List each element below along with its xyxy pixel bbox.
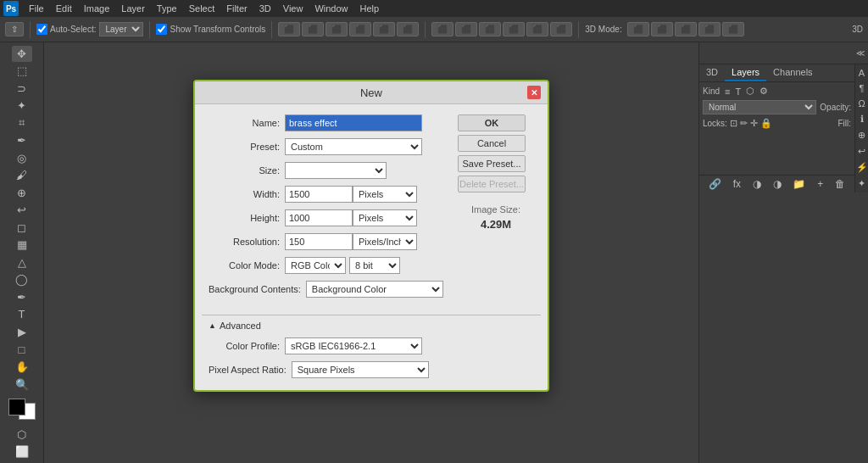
color-profile-dropdown[interactable]: sRGB IEC61966-2.1 bbox=[285, 337, 422, 354]
pen-tool[interactable]: ✒ bbox=[12, 289, 32, 305]
align-btn-3[interactable]: ⬛ bbox=[326, 22, 348, 36]
side-icon-char[interactable]: Ω bbox=[858, 98, 865, 109]
side-icon-hist[interactable]: ↩ bbox=[858, 146, 865, 157]
height-unit-dropdown[interactable]: Pixels Inches bbox=[353, 209, 417, 226]
dodge-tool[interactable]: ◯ bbox=[12, 272, 32, 288]
menu-window[interactable]: Window bbox=[309, 3, 353, 14]
menu-edit[interactable]: Edit bbox=[51, 3, 77, 14]
gradient-tool[interactable]: ▦ bbox=[12, 237, 32, 254]
dist-btn-2[interactable]: ⬛ bbox=[455, 22, 477, 36]
tab-layers[interactable]: Layers bbox=[725, 64, 766, 81]
history-brush-tool[interactable]: ↩ bbox=[12, 203, 32, 219]
preset-dropdown[interactable]: Custom Default Photoshop Size Letter bbox=[285, 138, 422, 155]
quick-mask-btn[interactable]: ⬡ bbox=[12, 427, 32, 443]
dist-btn-4[interactable]: ⬛ bbox=[503, 22, 525, 36]
resolution-input[interactable] bbox=[285, 233, 353, 250]
auto-select-checkbox[interactable] bbox=[36, 24, 47, 35]
side-icon-tool[interactable]: ✦ bbox=[858, 178, 865, 189]
align-btn-5[interactable]: ⬛ bbox=[373, 22, 395, 36]
brush-tool[interactable]: 🖌 bbox=[12, 168, 32, 184]
menu-image[interactable]: Image bbox=[79, 3, 115, 14]
menu-layer[interactable]: Layer bbox=[116, 3, 150, 14]
side-icon-paragraph[interactable]: ¶ bbox=[860, 83, 865, 93]
menu-view[interactable]: View bbox=[278, 3, 309, 14]
dist-btn-3[interactable]: ⬛ bbox=[479, 22, 501, 36]
lock-transparent-icon[interactable]: ⊡ bbox=[730, 118, 737, 129]
dist-btn-6[interactable]: ⬛ bbox=[550, 22, 572, 36]
align-btn-1[interactable]: ⬛ bbox=[278, 22, 300, 36]
path-select-tool[interactable]: ▶ bbox=[12, 324, 32, 340]
clone-tool[interactable]: ⊕ bbox=[12, 185, 32, 201]
move-tool-btn[interactable]: ⇧ bbox=[5, 22, 24, 36]
screen-mode-btn[interactable]: ⬜ bbox=[12, 444, 32, 460]
bg-contents-dropdown[interactable]: Background Color White Transparent bbox=[306, 281, 443, 298]
delete-layer-icon[interactable]: 🗑 bbox=[835, 178, 845, 190]
move-tool[interactable]: ✥ bbox=[12, 46, 32, 62]
width-input[interactable] bbox=[285, 186, 353, 203]
transform-controls-checkbox[interactable] bbox=[156, 24, 167, 35]
3d-btn-2[interactable]: ⬛ bbox=[651, 22, 673, 36]
lock-all-icon[interactable]: 🔒 bbox=[760, 118, 772, 129]
fg-color-swatch[interactable] bbox=[8, 399, 25, 416]
menu-3d[interactable]: 3D bbox=[254, 3, 276, 14]
menu-help[interactable]: Help bbox=[355, 3, 385, 14]
width-row: Width: Pixels Inches cm bbox=[209, 186, 448, 203]
blend-mode-dropdown[interactable]: Normal Multiply Screen bbox=[703, 100, 816, 114]
tab-channels[interactable]: Channels bbox=[766, 64, 819, 81]
size-dropdown[interactable] bbox=[285, 162, 387, 179]
dialog-close-button[interactable]: ✕ bbox=[527, 86, 541, 99]
auto-select-dropdown[interactable]: Layer bbox=[99, 22, 143, 36]
3d-btn-1[interactable]: ⬛ bbox=[627, 22, 649, 36]
fx-icon[interactable]: fx bbox=[733, 178, 741, 190]
menu-select[interactable]: Select bbox=[184, 3, 220, 14]
quick-select-tool[interactable]: ✦ bbox=[12, 98, 32, 114]
group-icon[interactable]: 📁 bbox=[793, 178, 805, 190]
save-preset-button[interactable]: Save Preset... bbox=[458, 155, 526, 172]
side-icon-info[interactable]: ℹ bbox=[860, 114, 864, 125]
dist-btn-1[interactable]: ⬛ bbox=[431, 22, 453, 36]
side-icon-search[interactable]: A bbox=[859, 68, 865, 78]
align-btn-2[interactable]: ⬛ bbox=[302, 22, 324, 36]
hand-tool[interactable]: ✋ bbox=[12, 359, 32, 375]
menu-type[interactable]: Type bbox=[152, 3, 182, 14]
dist-btn-5[interactable]: ⬛ bbox=[526, 22, 548, 36]
eyedropper-tool[interactable]: ✒ bbox=[12, 133, 32, 149]
3d-btn-3[interactable]: ⬛ bbox=[675, 22, 697, 36]
ok-button[interactable]: OK bbox=[458, 114, 526, 131]
width-unit-dropdown[interactable]: Pixels Inches cm bbox=[353, 186, 417, 203]
new-layer-icon[interactable]: + bbox=[817, 178, 823, 190]
bit-depth-dropdown[interactable]: 8 bit 16 bit 32 bit bbox=[349, 257, 400, 274]
link-layers-icon[interactable]: 🔗 bbox=[709, 178, 721, 190]
3d-btn-4[interactable]: ⬛ bbox=[698, 22, 721, 36]
menu-filter[interactable]: Filter bbox=[221, 3, 252, 14]
eraser-tool[interactable]: ◻ bbox=[12, 220, 32, 236]
side-icon-action[interactable]: ⚡ bbox=[856, 162, 868, 173]
marquee-tool[interactable]: ⬚ bbox=[12, 64, 32, 80]
panel-collapse-icon[interactable]: ≪ bbox=[856, 48, 865, 58]
menu-file[interactable]: File bbox=[24, 3, 49, 14]
toolbar-sep-3 bbox=[271, 21, 272, 38]
adjustment-icon[interactable]: ◑ bbox=[773, 178, 782, 190]
crop-tool[interactable]: ⌗ bbox=[12, 115, 32, 131]
lock-image-icon[interactable]: ✏ bbox=[740, 118, 748, 129]
type-tool[interactable]: T bbox=[12, 307, 32, 323]
spot-heal-tool[interactable]: ◎ bbox=[12, 150, 32, 166]
cancel-button[interactable]: Cancel bbox=[458, 135, 526, 152]
3d-btn-5[interactable]: ⬛ bbox=[722, 22, 744, 36]
side-icon-nav[interactable]: ⊕ bbox=[858, 130, 865, 141]
advanced-header[interactable]: ▲ Advanced bbox=[209, 321, 534, 331]
align-btn-4[interactable]: ⬛ bbox=[349, 22, 371, 36]
lasso-tool[interactable]: ⊃ bbox=[12, 81, 32, 97]
blur-tool[interactable]: △ bbox=[12, 254, 32, 271]
lock-position-icon[interactable]: ✛ bbox=[750, 118, 758, 129]
tab-3d[interactable]: 3D bbox=[699, 64, 725, 81]
mask-icon[interactable]: ◑ bbox=[753, 178, 761, 190]
name-input[interactable] bbox=[285, 114, 422, 131]
align-btn-6[interactable]: ⬛ bbox=[397, 22, 419, 36]
resolution-unit-dropdown[interactable]: Pixels/Inch Pixels/cm bbox=[353, 233, 417, 250]
height-input[interactable] bbox=[285, 209, 353, 226]
pixel-aspect-dropdown[interactable]: Square Pixels bbox=[292, 361, 429, 378]
shape-tool[interactable]: □ bbox=[12, 342, 32, 358]
zoom-tool[interactable]: 🔍 bbox=[12, 377, 32, 393]
color-mode-dropdown[interactable]: RGB Color CMYK Grayscale bbox=[285, 257, 346, 274]
